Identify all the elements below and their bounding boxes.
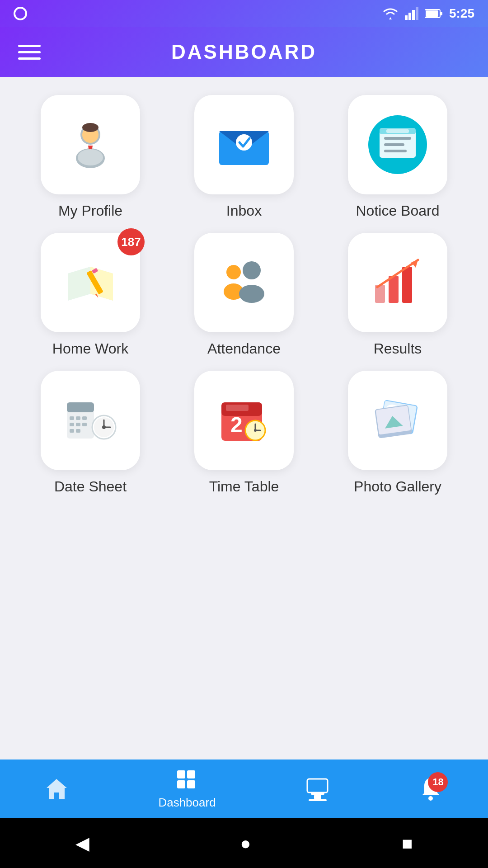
- svg-rect-18: [384, 143, 404, 146]
- status-bar: 5:25: [0, 0, 488, 27]
- svg-rect-64: [187, 770, 195, 778]
- svg-rect-6: [440, 12, 442, 15]
- results-icon: [371, 258, 425, 307]
- card-icon-wrap-results: [348, 233, 447, 332]
- svg-text:2: 2: [230, 413, 243, 437]
- card-label-time-table: Time Table: [209, 478, 279, 495]
- nav-item-home[interactable]: [44, 777, 69, 802]
- page-title: DASHBOARD: [171, 41, 317, 63]
- card-icon-wrap-photo-gallery: [348, 371, 447, 470]
- card-icon-wrap-my-profile: [41, 95, 140, 194]
- battery-icon: [425, 9, 443, 19]
- svg-rect-35: [70, 416, 74, 420]
- svg-rect-70: [309, 799, 327, 801]
- svg-rect-63: [177, 770, 185, 778]
- grid-row-3: Date Sheet 2 Ti: [18, 371, 470, 495]
- card-notice-board[interactable]: Notice Board: [330, 95, 465, 219]
- svg-rect-21: [386, 129, 409, 133]
- card-icon-wrap-home-work: 187: [41, 233, 140, 332]
- gallery-icon: [368, 396, 427, 445]
- grid-row-2: 187 Home Work: [18, 233, 470, 357]
- person-icon: [63, 118, 117, 172]
- svg-rect-42: [76, 429, 80, 433]
- svg-rect-0: [405, 15, 408, 20]
- timetable-icon: 2: [217, 393, 271, 448]
- card-date-sheet[interactable]: Date Sheet: [23, 371, 158, 495]
- card-label-home-work: Home Work: [52, 340, 128, 357]
- nav-label-dashboard: Dashboard: [158, 796, 216, 810]
- teal-circle: [368, 115, 427, 174]
- card-icon-wrap-date-sheet: [41, 371, 140, 470]
- status-right: 5:25: [382, 6, 474, 21]
- attendance-icon: [215, 258, 273, 307]
- svg-rect-36: [76, 416, 80, 420]
- card-icon-wrap-notice-board: [348, 95, 447, 194]
- bottom-nav: Dashboard 18: [0, 760, 488, 818]
- grid-row-1: My Profile Inbox: [18, 95, 470, 219]
- card-time-table[interactable]: 2 Time Table: [176, 371, 312, 495]
- card-inbox[interactable]: Inbox: [176, 95, 312, 219]
- card-icon-wrap-inbox: [194, 95, 294, 194]
- svg-rect-5: [426, 10, 438, 17]
- svg-rect-31: [402, 267, 412, 303]
- svg-point-25: [226, 265, 241, 279]
- hamburger-menu[interactable]: [18, 45, 41, 60]
- svg-marker-62: [47, 779, 67, 799]
- card-label-inbox: Inbox: [226, 203, 262, 219]
- home-icon: [44, 777, 69, 802]
- svg-rect-38: [70, 423, 74, 426]
- svg-rect-66: [187, 780, 195, 788]
- card-label-attendance: Attendance: [207, 340, 281, 357]
- app-header: DASHBOARD: [0, 27, 488, 77]
- svg-rect-3: [416, 7, 418, 20]
- svg-rect-19: [384, 150, 407, 152]
- card-photo-gallery[interactable]: Photo Gallery: [330, 371, 465, 495]
- homework-icon: [63, 258, 117, 307]
- svg-point-27: [243, 261, 261, 279]
- notification-badge: 18: [428, 772, 448, 792]
- noticeboard-icon: [377, 124, 418, 165]
- nav-item-students[interactable]: [305, 777, 330, 802]
- svg-rect-1: [408, 13, 411, 20]
- svg-rect-41: [70, 429, 74, 433]
- svg-point-47: [102, 425, 106, 429]
- card-label-notice-board: Notice Board: [356, 203, 440, 219]
- svg-rect-65: [177, 780, 185, 788]
- students-icon: [305, 777, 330, 802]
- svg-point-71: [428, 796, 433, 801]
- main-grid: My Profile Inbox: [0, 77, 488, 513]
- svg-point-12: [78, 149, 103, 165]
- homework-badge: 187: [117, 228, 145, 255]
- card-icon-wrap-attendance: [194, 233, 294, 332]
- time-display: 5:25: [449, 6, 474, 21]
- back-button[interactable]: ◀: [75, 833, 89, 854]
- svg-point-28: [239, 285, 264, 303]
- android-nav-bar: ◀ ● ■: [0, 818, 488, 868]
- card-attendance[interactable]: Attendance: [176, 233, 312, 357]
- card-icon-wrap-time-table: 2: [194, 371, 294, 470]
- svg-rect-40: [82, 423, 87, 426]
- svg-rect-2: [412, 10, 415, 20]
- svg-rect-34: [67, 402, 94, 412]
- datesheet-icon: [63, 396, 117, 445]
- recent-button[interactable]: ■: [402, 833, 413, 854]
- card-results[interactable]: Results: [330, 233, 465, 357]
- svg-rect-17: [384, 137, 411, 140]
- svg-point-55: [254, 429, 257, 432]
- status-left: [14, 7, 27, 20]
- svg-point-15: [236, 134, 252, 151]
- nav-item-dashboard[interactable]: Dashboard: [158, 768, 216, 810]
- card-home-work[interactable]: 187 Home Work: [23, 233, 158, 357]
- svg-rect-67: [307, 779, 328, 793]
- card-label-results: Results: [374, 340, 422, 357]
- home-button[interactable]: ●: [240, 833, 251, 854]
- nav-item-notifications[interactable]: 18: [418, 776, 443, 802]
- svg-rect-50: [226, 405, 249, 411]
- signal-circle-icon: [14, 7, 27, 20]
- svg-rect-39: [76, 423, 80, 426]
- svg-point-10: [82, 123, 99, 132]
- svg-rect-37: [82, 416, 87, 420]
- card-my-profile[interactable]: My Profile: [23, 95, 158, 219]
- svg-rect-69: [314, 795, 321, 799]
- signal-icon: [405, 7, 418, 20]
